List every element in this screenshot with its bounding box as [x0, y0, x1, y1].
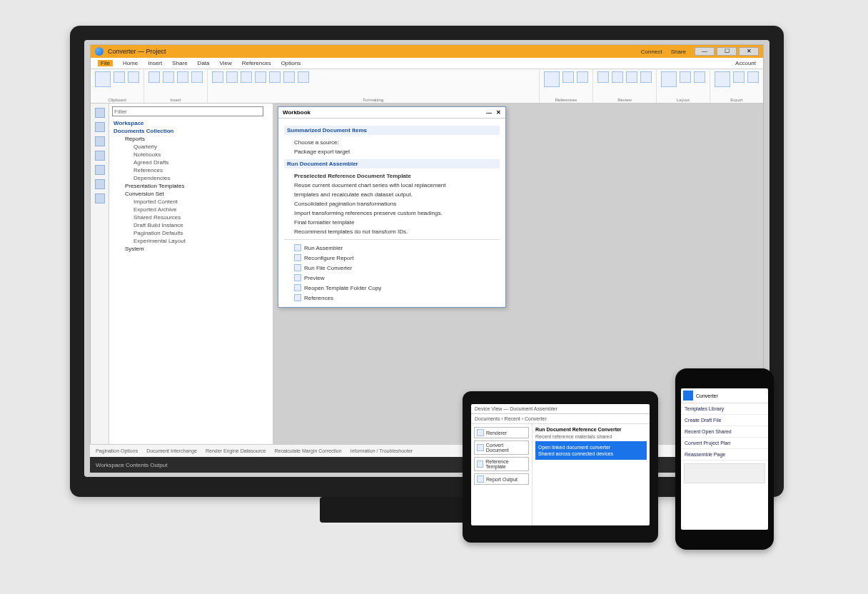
tablet-side-button[interactable]: Report Output [474, 473, 529, 485]
cut-icon[interactable] [113, 71, 125, 83]
dialog-action[interactable]: Reopen Template Folder Copy [284, 283, 500, 293]
rail-open-icon[interactable] [95, 122, 105, 132]
tablet-side-button[interactable]: Convert Document [474, 441, 529, 455]
dialog-line: Package export target [284, 147, 500, 156]
tablet-banner[interactable]: Open linked document converter Shared ac… [535, 441, 647, 460]
tablet-main-title: Run Document Reference Converter [535, 427, 647, 432]
align-center-icon[interactable] [298, 71, 309, 83]
citation-icon[interactable] [577, 71, 588, 83]
info-item[interactable]: Document Interchange [146, 448, 197, 453]
rail-recent-icon[interactable] [95, 136, 105, 146]
underline-icon[interactable] [241, 71, 252, 83]
phone-menu-item[interactable]: Create Draft File [681, 415, 768, 426]
tree-node[interactable]: Notebooks [112, 151, 270, 158]
tree-node[interactable]: Conversion Set [112, 190, 270, 198]
phone-menu-item[interactable]: Recent Open Shared [681, 426, 768, 438]
tree-node[interactable]: Agreed Drafts [112, 158, 270, 166]
info-item[interactable]: Pagination Options [96, 448, 138, 453]
dialog-action[interactable]: Run Assembler [284, 243, 500, 253]
rail-help-icon[interactable] [95, 193, 105, 203]
orientation-icon[interactable] [680, 71, 691, 83]
ribbon-label: Formatting [212, 98, 535, 103]
tree-node[interactable]: References [112, 166, 270, 174]
tab-account[interactable]: Account [735, 60, 756, 66]
tab-view[interactable]: View [220, 60, 232, 66]
rail-pin-icon[interactable] [95, 151, 105, 161]
dialog-close-icon[interactable]: ✕ [496, 109, 501, 116]
ribbon-group-insert: Insert [144, 69, 208, 103]
header-link-1[interactable]: Connect [641, 49, 662, 55]
paste-icon[interactable] [95, 71, 111, 87]
window-close-button[interactable]: ✕ [739, 47, 759, 56]
footnote-icon[interactable] [562, 71, 574, 83]
dialog-action[interactable]: Run File Converter [284, 263, 500, 273]
compare-icon[interactable] [640, 71, 652, 83]
tree-node[interactable]: Pagination Defaults [112, 229, 270, 237]
ribbon-label: Layout [661, 98, 705, 103]
tree-node[interactable]: Documents Collection [112, 127, 270, 135]
tab-options[interactable]: Options [281, 60, 301, 66]
italic-icon[interactable] [226, 71, 238, 83]
tablet-side-button[interactable]: Renderer [474, 427, 529, 438]
tab-references[interactable]: References [242, 60, 271, 66]
tree-node[interactable]: Draft Build Instance [112, 221, 270, 229]
font-color-icon[interactable] [255, 71, 266, 83]
info-item[interactable]: Information / Troubleshooter [350, 448, 413, 453]
table-icon[interactable] [148, 71, 160, 83]
chart-icon[interactable] [191, 71, 203, 83]
tablet-screen: Device View — Document Assembler Documen… [471, 404, 650, 525]
tab-share[interactable]: Share [172, 60, 187, 66]
info-item[interactable]: Recalculate Margin Correction [274, 448, 341, 453]
dialog-line: Choose a source: [284, 138, 500, 147]
phone-menu-item[interactable]: Reassemble Page [681, 449, 768, 460]
dialog-minimize-icon[interactable]: — [486, 109, 492, 116]
menu-tabs: File Home Insert Share Data View Referen… [91, 58, 763, 69]
copy-icon[interactable] [128, 71, 139, 83]
bold-icon[interactable] [212, 71, 223, 83]
tablet-side-button[interactable]: Reference Template [474, 457, 529, 471]
out-icon [477, 475, 484, 483]
tab-insert[interactable]: Insert [148, 60, 162, 66]
export-icon[interactable] [715, 71, 730, 87]
tree-node[interactable]: Experimental Layout [112, 237, 270, 245]
rail-home-icon[interactable] [95, 108, 105, 118]
share-icon[interactable] [747, 71, 759, 83]
phone-menu-item[interactable]: Convert Project Plan [681, 438, 768, 449]
align-left-icon[interactable] [283, 71, 295, 83]
dialog-action[interactable]: References [284, 293, 500, 303]
info-item[interactable]: Render Engine Datasource [206, 448, 266, 453]
window-maximize-button[interactable]: ☐ [717, 47, 737, 56]
tab-home[interactable]: Home [123, 60, 138, 66]
fill-color-icon[interactable] [269, 71, 281, 83]
spell-icon[interactable] [597, 71, 609, 83]
window-minimize-button[interactable]: — [695, 47, 715, 56]
tree-node[interactable]: Presentation Templates [112, 182, 270, 190]
dialog-action[interactable]: Reconfigure Report [284, 253, 500, 263]
tree-node[interactable]: Shared Resources [112, 213, 270, 221]
tree-node[interactable]: Dependencies [112, 174, 270, 182]
header-link-2[interactable]: Share [671, 49, 686, 55]
image-icon[interactable] [163, 71, 174, 83]
tab-file[interactable]: File [98, 60, 113, 66]
tree-node[interactable]: Imported Content [112, 198, 270, 206]
margins-icon[interactable] [661, 71, 677, 87]
toc-icon[interactable] [544, 71, 560, 87]
pdf-icon[interactable] [733, 71, 745, 83]
tree-node[interactable]: System [112, 245, 270, 253]
dialog-action[interactable]: Preview [284, 273, 500, 283]
tree-node[interactable]: Exported Archive [112, 206, 270, 213]
shape-icon[interactable] [177, 71, 188, 83]
tree-root[interactable]: Workspace [112, 119, 270, 127]
phone-menu-item[interactable]: Templates Library [681, 403, 768, 415]
rail-settings-icon[interactable] [95, 179, 105, 189]
rail-account-icon[interactable] [95, 165, 105, 175]
tree-node[interactable]: Reports [112, 135, 270, 143]
workbook-dialog: Workbook — ✕ Summarized Document Items C… [278, 106, 506, 308]
columns-icon[interactable] [694, 71, 705, 83]
phone-card[interactable] [684, 463, 765, 483]
tab-data[interactable]: Data [198, 60, 210, 66]
tree-search-input[interactable] [112, 106, 263, 116]
comment-icon[interactable] [612, 71, 623, 83]
track-icon[interactable] [626, 71, 637, 83]
tree-node[interactable]: Quarterly [112, 143, 270, 151]
